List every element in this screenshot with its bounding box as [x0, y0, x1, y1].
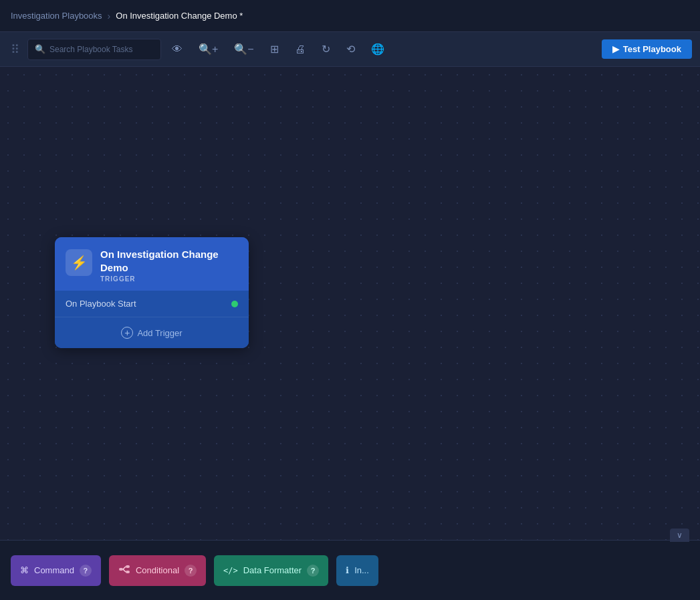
- svg-rect-4: [126, 571, 130, 573]
- nav-separator: ›: [108, 11, 111, 21]
- trigger-header: ⚡ On Investigation Change Demo TRIGGER: [55, 237, 249, 291]
- nav-current-page: On Investigation Change Demo *: [116, 11, 243, 21]
- palette-item-other[interactable]: ℹ In...: [336, 555, 378, 586]
- other-icon: ℹ: [346, 565, 349, 575]
- trigger-subtitle: TRIGGER: [100, 275, 238, 283]
- reset-button[interactable]: ⟲: [341, 40, 360, 59]
- svg-line-1: [123, 567, 126, 569]
- trigger-node[interactable]: ⚡ On Investigation Change Demo TRIGGER O…: [55, 237, 249, 348]
- conditional-help-icon[interactable]: ?: [185, 565, 197, 577]
- drag-handle-icon[interactable]: ⠿: [8, 39, 22, 59]
- search-input[interactable]: [49, 45, 143, 54]
- formatter-label: Data Formatter: [243, 565, 302, 575]
- test-playbook-button[interactable]: ▶ Test Playbook: [602, 39, 692, 59]
- trigger-body: On Playbook Start + Add Trigger: [55, 291, 249, 348]
- conditional-icon: [118, 563, 130, 577]
- formatter-icon: </>: [223, 566, 238, 575]
- trigger-title: On Investigation Change Demo: [100, 248, 238, 274]
- palette-expand-button[interactable]: ∨: [670, 529, 689, 542]
- nav-investigation-playbooks[interactable]: Investigation Playbooks: [11, 11, 102, 21]
- zoom-in-button[interactable]: 🔍+: [193, 40, 223, 59]
- test-playbook-label: Test Playbook: [623, 44, 681, 54]
- canvas: ⚡ On Investigation Change Demo TRIGGER O…: [0, 67, 700, 600]
- command-help-icon[interactable]: ?: [80, 565, 92, 577]
- trigger-connection-dot[interactable]: [231, 301, 238, 307]
- search-icon: 🔍: [35, 44, 45, 54]
- trigger-title-block: On Investigation Change Demo TRIGGER: [100, 248, 238, 283]
- palette-item-command[interactable]: ⌘ Command ?: [11, 555, 101, 586]
- trigger-row-playbook-start[interactable]: On Playbook Start: [55, 291, 249, 317]
- conditional-label: Conditional: [136, 565, 179, 575]
- globe-button[interactable]: 🌐: [366, 40, 390, 59]
- add-trigger-button[interactable]: + Add Trigger: [55, 317, 249, 348]
- trigger-lightning-icon: ⚡: [66, 249, 92, 276]
- svg-rect-0: [119, 568, 123, 571]
- toolbar: ⠿ 🔍 👁 🔍+ 🔍− ⊞ 🖨 ↻ ⟲ 🌐 ▶ Test Playbook: [0, 32, 700, 67]
- palette-item-conditional[interactable]: Conditional ?: [109, 555, 206, 586]
- add-trigger-circle-icon: +: [121, 327, 133, 339]
- add-trigger-label: Add Trigger: [137, 328, 182, 338]
- chevron-down-icon: ∨: [677, 531, 683, 540]
- formatter-help-icon[interactable]: ?: [307, 565, 319, 577]
- palette-item-data-formatter[interactable]: </> Data Formatter ?: [214, 555, 328, 586]
- other-label: In...: [354, 565, 369, 575]
- play-icon: ▶: [612, 44, 619, 54]
- command-label: Command: [34, 565, 74, 575]
- top-nav: Investigation Playbooks › On Investigati…: [0, 0, 700, 32]
- visibility-toggle-button[interactable]: 👁: [166, 40, 188, 59]
- command-icon: ⌘: [20, 565, 29, 575]
- svg-line-2: [123, 569, 126, 572]
- refresh-button[interactable]: ↻: [316, 40, 336, 59]
- trigger-row-label: On Playbook Start: [66, 299, 136, 309]
- zoom-out-button[interactable]: 🔍−: [229, 40, 259, 59]
- print-button[interactable]: 🖨: [289, 40, 311, 59]
- search-box: 🔍: [27, 39, 161, 60]
- svg-rect-3: [126, 565, 130, 568]
- fit-screen-button[interactable]: ⊞: [265, 40, 284, 59]
- bottom-palette: ∨ ⌘ Command ? Conditional ? </> Data F: [0, 540, 700, 600]
